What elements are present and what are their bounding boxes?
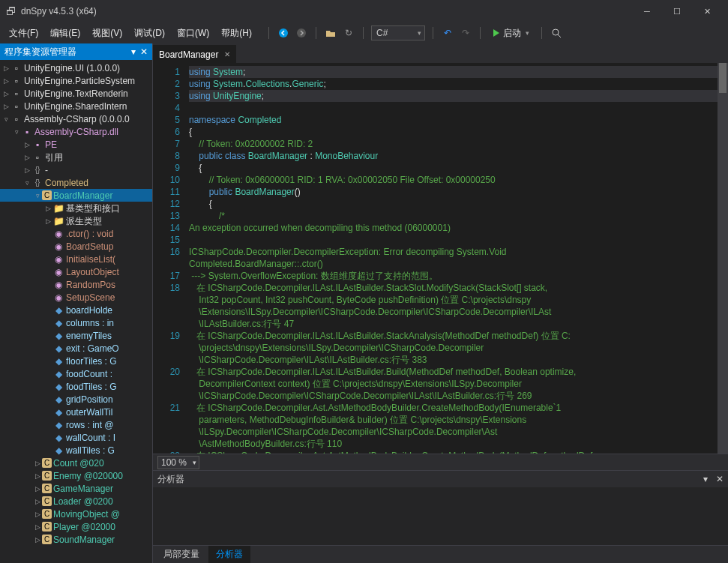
menu-window[interactable]: 窗口(W): [171, 24, 215, 43]
analyzer-title: 分析器: [157, 473, 184, 486]
nav-back-icon[interactable]: [277, 26, 290, 40]
language-dropdown[interactable]: C#: [371, 25, 425, 40]
tree-node[interactable]: ◉RandomPos: [0, 278, 152, 291]
menu-view[interactable]: 视图(V): [86, 24, 128, 43]
tab-analyzer[interactable]: 分析器: [208, 546, 250, 563]
undo-icon[interactable]: ↶: [441, 26, 454, 40]
minimize-button[interactable]: ─: [632, 0, 662, 22]
menu-help[interactable]: 帮助(H): [215, 24, 258, 43]
explorer-header: 程序集资源管理器 ▾ ✕: [0, 43, 152, 60]
svg-point-1: [297, 28, 306, 37]
tree-node[interactable]: ◉SetupScene: [0, 291, 152, 304]
panel-dropdown-icon[interactable]: ▾: [703, 474, 708, 484]
code-text[interactable]: using System;using System.Collections.Ge…: [186, 63, 728, 454]
tree-node[interactable]: ▷📁派生类型: [0, 214, 152, 227]
tree-node[interactable]: ▷CGameManager: [0, 482, 152, 495]
start-button[interactable]: 启动 ▾: [488, 27, 534, 40]
editor-statusbar: 100 %: [153, 454, 728, 470]
tree-node[interactable]: ▷CEnemy @020000: [0, 469, 152, 482]
tree-node[interactable]: ▷▪PE: [0, 138, 152, 151]
bottom-tabs: 局部变量 分析器: [153, 545, 728, 563]
tab-locals[interactable]: 局部变量: [156, 546, 207, 563]
menu-edit[interactable]: 编辑(E): [44, 24, 86, 43]
titlebar: 🗗 dnSpy v4.5.3 (x64) ─ ☐ ✕: [0, 0, 728, 22]
open-icon[interactable]: [324, 26, 337, 40]
tree-node[interactable]: ▷{}-: [0, 163, 152, 176]
tree-node[interactable]: ◆foodTiles : G: [0, 380, 152, 393]
explorer-title: 程序集资源管理器: [4, 46, 76, 58]
tree-node[interactable]: ◆gridPosition: [0, 393, 152, 406]
app-icon: 🗗: [6, 5, 16, 17]
tree-node[interactable]: ▿▪Assembly-CSharp.dll: [0, 125, 152, 138]
menu-debug[interactable]: 调试(D): [128, 24, 171, 43]
tree-node[interactable]: ◆enemyTiles: [0, 329, 152, 342]
analyzer-panel: 分析器 ▾ ✕: [153, 470, 728, 545]
reload-icon[interactable]: ↻: [342, 26, 355, 40]
tree-node[interactable]: ◉.ctor() : void: [0, 227, 152, 240]
zoom-dropdown[interactable]: 100 %: [157, 456, 199, 469]
assembly-tree[interactable]: ▷▫UnityEngine.UI (1.0.0.0)▷▫UnityEngine.…: [0, 60, 152, 563]
tree-node[interactable]: ◆columns : in: [0, 316, 152, 329]
tree-node[interactable]: ◆exit : GameO: [0, 342, 152, 355]
nav-fwd-icon[interactable]: [295, 26, 308, 40]
tree-node[interactable]: ◆floorTiles : G: [0, 355, 152, 367]
tab-label: BoardManager: [159, 49, 218, 60]
window-title: dnSpy v4.5.3 (x64): [21, 6, 632, 16]
dropdown-icon[interactable]: ▾: [131, 46, 136, 57]
tree-node[interactable]: ▷▫UnityEngine.UI (1.0.0.0): [0, 61, 152, 74]
search-icon[interactable]: [550, 26, 563, 40]
tree-node[interactable]: ◉BoardSetup: [0, 240, 152, 253]
tree-node[interactable]: ◆outerWallTil: [0, 406, 152, 418]
tree-node[interactable]: ◉LayoutObject: [0, 265, 152, 278]
tree-node[interactable]: ◆wallCount : I: [0, 431, 152, 444]
tree-node[interactable]: ▷CPlayer @02000: [0, 520, 152, 533]
tree-node[interactable]: ▷▫UnityEngine.TextRenderin: [0, 87, 152, 100]
tree-node[interactable]: ▿▫Assembly-CSharp (0.0.0.0: [0, 112, 152, 125]
gutter: 12345678910111213141516171819202122: [153, 63, 186, 454]
svg-point-0: [279, 28, 288, 37]
tree-node[interactable]: ◉InitialiseList(: [0, 253, 152, 265]
tree-node[interactable]: ▿CBoardManager: [0, 189, 152, 202]
tree-node[interactable]: ◆boardHolde: [0, 304, 152, 316]
tree-node[interactable]: ▷📁基类型和接口: [0, 202, 152, 214]
maximize-button[interactable]: ☐: [662, 0, 692, 22]
tree-node[interactable]: ▷CSoundManager: [0, 533, 152, 546]
tree-node[interactable]: ▷▫UnityEngine.ParticleSystem: [0, 74, 152, 87]
redo-icon[interactable]: ↷: [459, 26, 472, 40]
editor-tabs: BoardManager ✕: [153, 43, 728, 63]
tree-node[interactable]: ◆wallTiles : G: [0, 444, 152, 457]
tree-node[interactable]: ▷CLoader @0200: [0, 495, 152, 508]
menu-file[interactable]: 文件(F): [3, 24, 44, 43]
panel-close-icon[interactable]: ✕: [716, 474, 724, 484]
tree-node[interactable]: ▷▫UnityEngine.SharedIntern: [0, 100, 152, 112]
play-icon: [493, 29, 500, 37]
scrollbar-vertical[interactable]: [718, 63, 728, 454]
svg-point-2: [553, 29, 559, 35]
tree-node[interactable]: ◆foodCount :: [0, 367, 152, 380]
assembly-explorer: 程序集资源管理器 ▾ ✕ ▷▫UnityEngine.UI (1.0.0.0)▷…: [0, 43, 153, 563]
tree-node[interactable]: ▷CMovingObject @: [0, 508, 152, 520]
tree-node[interactable]: ▿{}Completed: [0, 176, 152, 189]
svg-line-3: [558, 34, 561, 37]
tree-node[interactable]: ▷▫引用: [0, 151, 152, 163]
tab-boardmanager[interactable]: BoardManager ✕: [153, 45, 236, 63]
tab-close-icon[interactable]: ✕: [224, 50, 230, 58]
menubar: 文件(F) 编辑(E) 视图(V) 调试(D) 窗口(W) 帮助(H) ↻ C#…: [0, 22, 728, 43]
close-panel-icon[interactable]: ✕: [140, 46, 148, 57]
tree-node[interactable]: ▷CCount @020: [0, 457, 152, 469]
close-button[interactable]: ✕: [692, 0, 722, 22]
code-editor[interactable]: 12345678910111213141516171819202122 usin…: [153, 63, 728, 454]
tree-node[interactable]: ◆rows : int @: [0, 418, 152, 431]
